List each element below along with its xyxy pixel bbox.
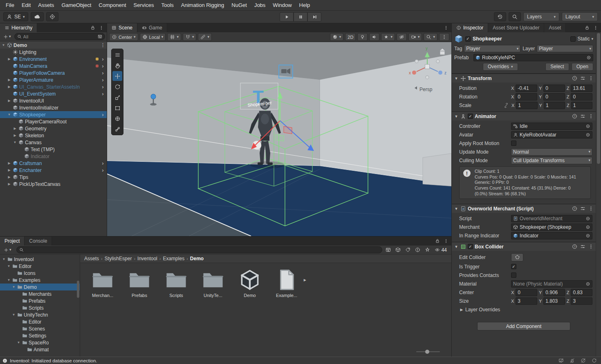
foldout-icon[interactable]: ▼ xyxy=(454,207,459,211)
hierarchy-item-ui-canvas-starterassetsin[interactable]: ▶UI_Canvas_StarterAssetsIn› xyxy=(0,83,107,90)
object-picker-icon[interactable] xyxy=(585,216,590,221)
object-picker-icon[interactable] xyxy=(585,132,590,137)
prefab-open-arrow[interactable]: › xyxy=(101,63,105,69)
background-tasks-status[interactable] xyxy=(592,358,597,363)
size-x-field[interactable]: 3 xyxy=(516,297,537,305)
hierarchy-item-shopkeeper[interactable]: ▼Shopkeeper› xyxy=(0,111,107,118)
expander-icon[interactable]: ▼ xyxy=(11,285,16,289)
project-folder-merchants[interactable]: Merchants xyxy=(0,290,80,297)
asset-prefabs[interactable]: Prefabs xyxy=(124,268,155,298)
scale-z-field[interactable]: 1 xyxy=(571,102,592,109)
layout-dropdown[interactable]: Layout ▾ xyxy=(562,12,598,21)
project-search-input[interactable] xyxy=(16,246,382,253)
component-menu-icon[interactable] xyxy=(588,244,594,249)
undo-history-button[interactable] xyxy=(494,12,506,21)
asset-unityte[interactable]: UnityTe... xyxy=(198,268,228,298)
scrollbar-thumb[interactable] xyxy=(597,33,600,164)
expander-icon[interactable]: ▼ xyxy=(7,113,11,116)
component-menu-icon[interactable] xyxy=(588,206,594,211)
prefab-open-arrow[interactable]: › xyxy=(101,56,105,62)
hierarchy-item-inventoolinitializer[interactable]: InventoolInitializer xyxy=(0,104,107,111)
prefab-open-arrow[interactable]: › xyxy=(101,77,105,83)
scale-tool[interactable] xyxy=(112,92,122,102)
center-z-field[interactable]: 0.83 xyxy=(571,289,592,296)
merchant-component-header[interactable]: ▼ # Overworld Merchant (Script) ? xyxy=(452,204,596,213)
lock-icon[interactable] xyxy=(90,25,95,30)
rotate-tool[interactable] xyxy=(112,82,122,92)
edit-collider-button[interactable] xyxy=(511,253,523,261)
presets-icon[interactable] xyxy=(580,206,585,211)
prefab-open-arrow[interactable]: › xyxy=(101,91,105,97)
add-component-button[interactable]: Add Component xyxy=(477,322,570,331)
move-tool[interactable] xyxy=(112,71,122,81)
step-button[interactable] xyxy=(307,12,321,22)
lock-icon[interactable] xyxy=(435,239,440,243)
hierarchy-search-input[interactable]: All xyxy=(14,33,105,40)
tab-scene[interactable]: Scene xyxy=(107,23,137,32)
link-scale-icon[interactable] xyxy=(504,103,509,108)
services-button[interactable] xyxy=(46,12,58,21)
tool-space-dropdown[interactable]: Local▾ xyxy=(140,33,166,41)
pause-button[interactable] xyxy=(294,12,307,22)
menu-file[interactable]: File xyxy=(2,0,18,10)
expander-icon[interactable]: ▼ xyxy=(7,278,11,282)
prefab-open-arrow[interactable]: › xyxy=(101,167,105,173)
account-button[interactable]: SE ▾ xyxy=(3,12,28,21)
custom-tool[interactable] xyxy=(112,124,122,134)
expander-icon[interactable]: ▶ xyxy=(7,161,11,165)
component-menu-icon[interactable] xyxy=(588,76,594,81)
expander-icon[interactable]: ▼ xyxy=(2,257,6,261)
animator-enabled-checkbox[interactable] xyxy=(468,114,473,119)
breadcrumb-assets[interactable]: Assets xyxy=(84,256,99,261)
tab-hierarchy[interactable]: Hierarchy xyxy=(0,23,37,32)
object-picker-icon[interactable] xyxy=(585,281,590,286)
avatar-field[interactable]: KyleRobotAvatar xyxy=(511,131,592,138)
tools-menu[interactable] xyxy=(112,50,122,60)
slider-knob[interactable] xyxy=(425,350,429,354)
scene-visibility-toggle[interactable] xyxy=(397,33,407,41)
project-folder-inventool[interactable]: ▼Inventool xyxy=(0,256,80,263)
collider-enabled-checkbox[interactable] xyxy=(468,244,473,249)
project-folder-scenes[interactable]: Scenes xyxy=(0,325,80,332)
transform-component-header[interactable]: ▼ Transform ? xyxy=(452,74,596,83)
panel-menu-icon[interactable] xyxy=(444,239,449,243)
prefab-open-arrow[interactable]: › xyxy=(101,70,105,76)
controller-field[interactable]: Idle xyxy=(511,123,592,130)
status-message[interactable]: Inventool: Initialized database connecti… xyxy=(10,358,97,363)
component-menu-icon[interactable] xyxy=(588,114,594,119)
project-folder-animat[interactable]: Animat xyxy=(0,346,80,353)
project-folder-scripts[interactable]: Scripts xyxy=(0,304,80,311)
menu-help[interactable]: Help xyxy=(296,0,314,10)
layer-dropdown[interactable]: Player ▾ xyxy=(537,45,593,52)
project-folder-unitytechn[interactable]: ▼UnityTechn xyxy=(0,311,80,318)
rotation-z-field[interactable]: 0 xyxy=(571,93,592,100)
hidden-count-toggle[interactable]: 44 xyxy=(435,247,447,253)
global-search-button[interactable] xyxy=(509,12,521,21)
foldout-icon[interactable]: ▼ xyxy=(454,114,459,118)
layers-dropdown[interactable]: Layers ▾ xyxy=(523,12,559,21)
hierarchy-item-text-tmp[interactable]: Text (TMP) xyxy=(0,146,107,153)
prefab-open-arrow[interactable]: › xyxy=(101,84,105,90)
expander-icon[interactable]: ▶ xyxy=(13,127,17,130)
project-folder-editor[interactable]: ▼Editor xyxy=(0,263,80,270)
static-dropdown[interactable]: Static ▾ xyxy=(570,36,593,42)
persp-label[interactable]: Persp xyxy=(419,87,433,92)
camera-preview-dropdown[interactable]: ▾ xyxy=(408,33,422,41)
project-folder-examples[interactable]: ▼Examples xyxy=(0,277,80,284)
size-z-field[interactable]: 3 xyxy=(571,297,592,305)
expander-icon[interactable]: ▶ xyxy=(7,99,11,103)
snap-settings-dropdown[interactable]: ▾ xyxy=(183,33,197,41)
hierarchy-item-canvas[interactable]: ▼Canvas xyxy=(0,139,107,146)
panel-menu-icon[interactable] xyxy=(593,25,598,30)
box-collider-component-header[interactable]: ▼ Box Collider ? xyxy=(452,242,596,251)
merchant-field[interactable]: Shopkeeper (Shopkeep xyxy=(511,223,592,231)
breadcrumb-demo[interactable]: Demo xyxy=(190,256,204,261)
breadcrumb-stylishesper[interactable]: StylishEsper xyxy=(105,256,132,261)
prefab-open-arrow[interactable]: › xyxy=(101,112,105,118)
tree-scrollbar[interactable] xyxy=(76,255,80,357)
hierarchy-item-inventoolui[interactable]: ▶InventoolUI xyxy=(0,97,107,104)
tab-asset-store-uploader[interactable]: Asset Store Uploader xyxy=(488,23,544,32)
lock-icon[interactable] xyxy=(585,25,590,30)
gizmos-search-dropdown[interactable]: ▾ xyxy=(424,33,437,41)
shading-mode-dropdown[interactable]: ▾ xyxy=(330,33,344,41)
